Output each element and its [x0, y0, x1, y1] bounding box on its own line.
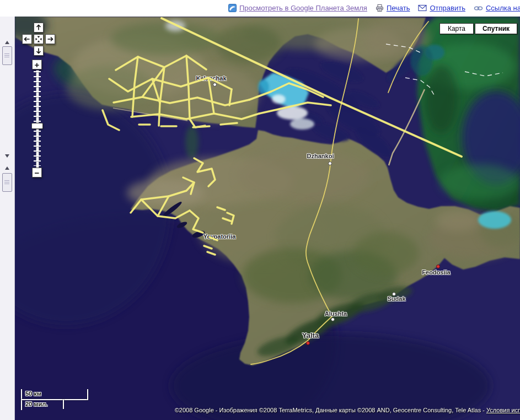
city-label: Sudak: [387, 295, 405, 302]
print-link[interactable]: Печать: [387, 4, 410, 12]
map-type-satellite-button[interactable]: Спутник: [475, 23, 517, 34]
pan-center-button[interactable]: [34, 34, 44, 44]
scroll-up-icon[interactable]: [5, 166, 9, 170]
permalink-link[interactable]: Ссылка на: [486, 4, 520, 12]
scale-bar-miles-tick: [63, 399, 64, 409]
city-label: Dzhankoi: [307, 153, 334, 159]
arrow-down-icon: [35, 47, 42, 54]
scale-km-label: 50 км: [25, 390, 41, 397]
zoom-out-button[interactable]: −: [32, 168, 42, 177]
scrollbar-thumb[interactable]: [2, 173, 12, 192]
city-dot: [328, 161, 332, 165]
send-link[interactable]: Отправить: [430, 4, 465, 12]
thumb-grip-icon: [4, 180, 9, 185]
view-in-google-earth-link[interactable]: Просмотреть в Google Планета Земля: [239, 4, 367, 12]
center-result-icon: [35, 35, 42, 43]
pan-down-button[interactable]: [34, 46, 44, 56]
pan-left-button[interactable]: [22, 34, 32, 44]
arrow-left-icon: [24, 36, 30, 42]
city-dot: [331, 317, 335, 321]
city-dot: [306, 341, 310, 345]
permalink: Ссылка на: [474, 4, 520, 12]
page: Просмотреть в Google Планета Земля Печат…: [0, 0, 520, 420]
city-label: Kalanchak: [196, 75, 226, 82]
google-earth-icon: [228, 4, 237, 12]
satellite-map[interactable]: [15, 17, 520, 420]
city-dot: [436, 265, 440, 268]
zoom-in-button[interactable]: +: [32, 60, 42, 69]
city-label: Alushta: [325, 310, 347, 317]
header-links: Просмотреть в Google Планета Земля Печат…: [228, 4, 520, 12]
arrow-up-icon: [35, 24, 42, 31]
city-label: Yevpatoriia: [203, 233, 236, 240]
thumb-grip-icon: [4, 53, 9, 58]
scroll-up-icon[interactable]: [5, 41, 9, 44]
header-toolbar: Просмотреть в Google Планета Земля Печат…: [0, 0, 520, 17]
kazantip-shallows: [478, 211, 511, 229]
zoom-slider-handle[interactable]: [31, 123, 43, 129]
pan-right-button[interactable]: [45, 34, 55, 44]
city-dot: [213, 83, 217, 87]
send: Отправить: [418, 4, 465, 12]
map-attribution: ©2008 Google - Изображения ©2008 TerraMe…: [175, 407, 520, 413]
plus-icon: +: [35, 61, 40, 69]
zoom-slider-track[interactable]: [34, 71, 41, 166]
copyright-text: ©2008 Google - Изображения ©2008 TerraMe…: [175, 407, 486, 413]
scrollbar-thumb[interactable]: [2, 46, 12, 65]
left-scrollbar-strip: [0, 17, 15, 420]
city-label: Yalta: [302, 331, 319, 340]
map-type-map-button[interactable]: Карта: [439, 23, 474, 34]
envelope-icon: [418, 4, 427, 12]
pan-up-button[interactable]: [34, 23, 44, 33]
scale-bar-km-tick: [87, 389, 88, 400]
print: Печать: [376, 4, 410, 12]
minus-icon: −: [35, 169, 40, 177]
city-label: Feodosiia: [422, 269, 450, 276]
scale-bar-line: [21, 399, 88, 400]
view-in-google-earth: Просмотреть в Google Планета Земля: [228, 4, 367, 12]
scroll-down-icon[interactable]: [5, 154, 9, 158]
city-dot: [392, 292, 396, 296]
printer-icon: [376, 4, 384, 12]
chain-link-icon: [474, 5, 483, 12]
arrow-right-icon: [47, 36, 53, 42]
terms-link[interactable]: Условия исп: [486, 407, 520, 413]
scale-miles-label: 20 мил.: [25, 401, 47, 407]
